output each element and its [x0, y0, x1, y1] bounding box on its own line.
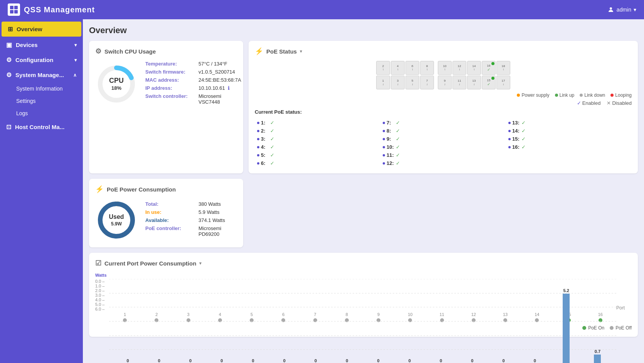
app-logo: QSS Management [8, 3, 95, 16]
port-axis-label: Port [616, 279, 632, 311]
port-11-label: 11: [387, 152, 394, 158]
poe-port-3b: 3↓ [391, 76, 405, 89]
link-up-label: Link up [560, 92, 575, 98]
bullet-13 [508, 122, 511, 124]
poe-port-17b: 17↓ [496, 76, 510, 89]
overview-icon: ⊞ [8, 25, 13, 33]
power-available-label: Available: [145, 217, 195, 223]
sidebar-item-overview[interactable]: ⊞ Overview [2, 22, 81, 37]
submenu-system-information[interactable]: System Information [16, 82, 83, 95]
firmware-value: v1.0.5_S200714 [198, 69, 235, 75]
enabled-indicator: ✓ Enabled [577, 100, 601, 106]
cpu-controller-row: Switch controller: Microsemi VSC7448 [145, 93, 241, 105]
bar-group-16: 0.7 [582, 279, 613, 363]
poe-port-11b: 11↓ [452, 76, 466, 89]
configuration-icon: ⚙ [6, 56, 12, 64]
poe-power-card: ⚡ PoE Power Consumption Used [89, 179, 243, 247]
poe-col-2: 7: ✓ 8: ✓ 9: ✓ [380, 119, 506, 167]
port-7-check: ✓ [396, 120, 400, 126]
port-9-check: ✓ [396, 136, 400, 142]
svg-rect-0 [10, 6, 13, 9]
bullet-1 [257, 122, 259, 124]
ip-info-icon[interactable]: ℹ [228, 85, 230, 91]
poe-port-item-6: 6: ✓ [255, 159, 380, 167]
sidebar-item-configuration-label: Configuration [15, 57, 53, 63]
submenu-logs[interactable]: Logs [16, 107, 83, 119]
header-right: admin ▾ [607, 6, 636, 13]
poe-controller-label: PoE controller: [145, 225, 195, 237]
poe-status-title: PoE Status [266, 48, 297, 55]
port-16-check: ✓ [521, 144, 526, 150]
sidebar-item-configuration[interactable]: ⚙ Configuration ▾ [0, 52, 83, 67]
port-4-check: ✓ [270, 144, 274, 150]
poe-port-item-2: 2: ✓ [255, 127, 380, 135]
check-icon: ✓ [577, 100, 581, 106]
power-inuse-value: 5.9 Watts [198, 209, 219, 215]
port-3-check: ✓ [270, 136, 274, 142]
poe-legend: Power supply Link up Link down Looping [255, 92, 632, 98]
sidebar-item-system-management[interactable]: ⚙ System Manage... ∧ [0, 67, 83, 82]
power-total-row: Total: 380 Watts [145, 201, 237, 207]
port-10-check: ✓ [396, 144, 400, 150]
poe-port-4t: 4↑ [391, 61, 405, 75]
poe-port-item-16: 16: ✓ [506, 143, 632, 151]
poe-port-item-4: 4: ✓ [255, 143, 380, 151]
bar-group-7: 0 [300, 279, 331, 363]
port-power-icon: ☑ [95, 259, 101, 267]
bar-value-15: 5.2 [563, 288, 569, 293]
power-available-value: 374.1 Watts [198, 217, 225, 223]
poe-status-dropdown[interactable]: ▾ [300, 49, 302, 54]
bar-value-12: 0 [471, 358, 473, 363]
firmware-label: Switch firmware: [145, 69, 195, 75]
cpu-icon: ⚙ [95, 47, 101, 55]
port-4-label: 4: [261, 144, 269, 150]
bar-group-3: 0 [175, 279, 206, 363]
main-content: Overview ⚙ Switch CPU Usage CPU [83, 19, 644, 363]
poe-port-grid: 2↑ 4↑ 6↑ 8↑ [255, 61, 632, 89]
second-cards-row: ⚡ PoE Power Consumption Used [89, 179, 638, 247]
port-power-header: ☑ Current Port Power Consumption ▾ [95, 259, 632, 267]
bar-group-5: 0 [237, 279, 269, 363]
poe-port-10t: 10↑ [438, 61, 452, 75]
bar-group-11: 0 [425, 279, 457, 363]
sidebar-item-host-control[interactable]: ⊡ Host Control Ma... [0, 119, 83, 134]
bar-value-6: 0 [283, 358, 286, 363]
port-power-dropdown[interactable]: ▾ [199, 261, 202, 266]
bullet-8 [383, 130, 385, 132]
bar-value-10: 0 [409, 358, 411, 363]
power-donut-label: Used 5.9W [109, 213, 124, 227]
power-total-label: Total: [145, 201, 195, 207]
y-tick-1: 1.0 – [95, 284, 106, 288]
header: QSS Management admin ▾ [0, 0, 644, 19]
devices-chevron-icon: ▾ [74, 42, 77, 48]
sidebar-item-devices[interactable]: ▣ Devices ▾ [0, 37, 83, 52]
power-inuse-row: In use: 5.9 Watts [145, 209, 237, 215]
y-tick-2: 2.0 – [95, 288, 106, 293]
port-12-check: ✓ [396, 160, 400, 166]
bar-group-13: 0 [488, 279, 519, 363]
user-chevron[interactable]: ▾ [634, 7, 636, 13]
poe-port-7b: 7↓ [420, 76, 434, 89]
cpu-firmware-row: Switch firmware: v1.0.5_S200714 [145, 69, 241, 75]
port-13-label: 13: [512, 120, 520, 126]
bar-value-13: 0 [503, 358, 505, 363]
x-icon: ✕ [607, 100, 611, 106]
bar-15 [563, 294, 570, 363]
poe-port-top-row: 2↑ 4↑ 6↑ 8↑ [376, 61, 510, 75]
y-tick-4: 4.0 – [95, 297, 106, 302]
looping-dot [610, 94, 614, 97]
bullet-16 [508, 146, 511, 148]
port-7-label: 7: [387, 120, 394, 126]
port-8-label: 8: [387, 128, 394, 134]
poe-port-item-1: 1: ✓ [255, 119, 380, 127]
submenu-settings[interactable]: Settings [16, 95, 83, 107]
bullet-5 [257, 154, 259, 156]
enabled-disabled-row: ✓ Enabled ✕ Disabled [255, 100, 632, 106]
bullet-4 [257, 146, 259, 148]
power-used-value: 5.9W [109, 221, 124, 227]
user-info[interactable]: admin ▾ [607, 6, 636, 13]
sidebar-item-host-control-label: Host Control Ma... [15, 124, 64, 130]
poe-power-title: PoE Power Consumption [107, 186, 176, 193]
poe-status-card: ⚡ PoE Status ▾ 2↑ 4↑ [249, 41, 638, 173]
port-14-check: ✓ [521, 128, 526, 134]
